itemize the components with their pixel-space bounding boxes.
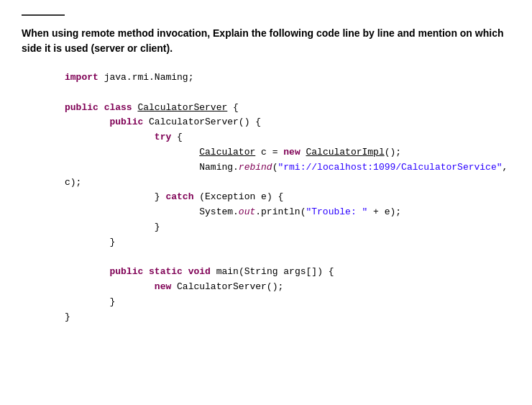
code-line-c: c); xyxy=(65,176,510,191)
code-line-main: public static void main(String args[]) { xyxy=(65,265,510,280)
code-line-catch: } catch (Exception e) { xyxy=(65,190,510,205)
code-line-close-constructor: } xyxy=(65,235,510,250)
code-line-new-server: new CalculatorServer(); xyxy=(65,280,510,295)
code-block: import java.rmi.Naming; public class Cal… xyxy=(22,70,510,325)
question-text: When using remote method invocation, Exp… xyxy=(22,26,510,56)
code-line-constructor: public CalculatorServer() { xyxy=(65,115,510,130)
top-divider xyxy=(22,14,65,16)
code-line-import: import java.rmi.Naming; xyxy=(65,70,510,86)
code-line-try: try { xyxy=(65,130,510,145)
code-line-class: public class CalculatorServer { xyxy=(65,101,510,116)
code-line-calc: Calculator c = new CalculatorImpl(); xyxy=(65,145,510,160)
code-line-println: System.out.println("Trouble: " + e); xyxy=(65,205,510,220)
code-line-close-catch: } xyxy=(65,220,510,235)
code-line-naming: Naming.rebind("rmi://localhost:1099/Calc… xyxy=(65,160,510,176)
code-line-close-main: } xyxy=(65,295,510,310)
code-line-close-class: } xyxy=(65,310,510,325)
code-line-blank1 xyxy=(65,86,510,101)
code-line-blank2 xyxy=(65,250,510,265)
